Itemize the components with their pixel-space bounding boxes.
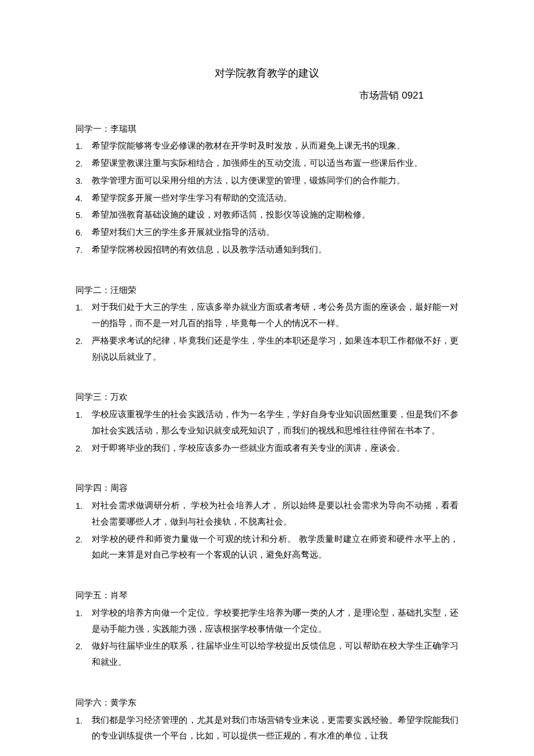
list-item-number: 2. — [75, 155, 92, 172]
list-item-number: 1. — [75, 138, 92, 154]
list-item-text: 希望学院将校园招聘的有效信息，以及教学活动通知到我们。 — [92, 242, 459, 258]
list-item-text: 严格要求考试的纪律，毕竟我们还是学生，学生的本职还是学习，如果连本职工作都做不好… — [92, 333, 459, 366]
content-body: 同学一：李瑞琪1.希望学院能够将专业必修课的教材在开学时及时发放，从而避免上课无… — [75, 121, 459, 745]
list-item-number: 2. — [75, 638, 92, 654]
list-item-number: 6. — [75, 225, 92, 241]
student-name: 同学三：万欢 — [75, 389, 459, 406]
student-name: 同学六：黄学东 — [75, 695, 459, 711]
list-item-number: 1. — [75, 712, 92, 729]
list-item: 1.希望学院能够将专业必修课的教材在开学时及时发放，从而避免上课无书的现象。 — [75, 138, 459, 154]
list-item-text: 希望对我们大三的学生多开展就业指导的活动。 — [92, 225, 459, 241]
list-item: 1.学校应该重视学生的社会实践活动，作为一名学生，学好自身专业知识固然重要，但是… — [75, 407, 459, 439]
list-item-number: 1. — [75, 407, 92, 423]
student-block: 同学二：汪细荣1.对于我们处于大三的学生，应该多举办就业方面或者考研，考公务员方… — [75, 283, 459, 366]
list-item-number: 1. — [75, 299, 92, 316]
list-item: 1.对学校的培养方向做一个定位。学校要把学生培养为哪一类的人才，是理论型，基础扎… — [75, 605, 459, 638]
student-block: 同学五：肖琴1.对学校的培养方向做一个定位。学校要把学生培养为哪一类的人才，是理… — [75, 588, 459, 671]
student-block: 同学四：周容1.对社会需求做调研分析， 学校为社会培养人才， 所以始终是要以社会… — [75, 480, 459, 563]
list-item-number: 2. — [75, 531, 92, 548]
list-item-text: 对社会需求做调研分析， 学校为社会培养人才， 所以始终是要以社会需求为导向不动摇… — [92, 498, 459, 530]
page-title: 对学院教育教学的建议 — [75, 64, 459, 83]
student-name: 同学一：李瑞琪 — [75, 121, 459, 138]
list-item: 1.我们都是学习经济管理的，尤其是对我们市场营销专业来说，更需要实践经验。希望学… — [75, 712, 459, 745]
list-item: 2.对学校的硬件和师资力量做一个可观的统计和分析。 教学质量时建立在师资和硬件水… — [75, 531, 459, 564]
list-item-number: 1. — [75, 498, 92, 514]
list-item-number: 1. — [75, 605, 92, 621]
student-block: 同学六：黄学东1.我们都是学习经济管理的，尤其是对我们市场营销专业来说，更需要实… — [75, 695, 459, 744]
list-item-text: 希望加强教育基础设施的建设，对教师话筒，投影仪等设施的定期检修。 — [92, 207, 459, 223]
student-block: 同学三：万欢1.学校应该重视学生的社会实践活动，作为一名学生，学好自身专业知识固… — [75, 389, 459, 456]
list-item: 1.对社会需求做调研分析， 学校为社会培养人才， 所以始终是要以社会需求为导向不… — [75, 498, 459, 530]
page-subtitle: 市场营销 0921 — [75, 86, 459, 104]
list-item-text: 对于即将毕业的我们，学校应该多办一些就业方面或者有关专业的演讲，座谈会。 — [92, 440, 459, 457]
list-item: 1.对于我们处于大三的学生，应该多举办就业方面或者考研，考公务员方面的座谈会，最… — [75, 299, 459, 332]
list-item: 3.教学管理方面可以采用分组的方法，以方便课堂的管理，锻炼同学们的合作能力。 — [75, 173, 459, 189]
student-name: 同学四：周容 — [75, 480, 459, 497]
list-item: 2.对于即将毕业的我们，学校应该多办一些就业方面或者有关专业的演讲，座谈会。 — [75, 440, 459, 457]
student-block: 同学一：李瑞琪1.希望学院能够将专业必修课的教材在开学时及时发放，从而避免上课无… — [75, 121, 459, 258]
list-item: 2.做好与往届毕业生的联系，往届毕业生可以给学校提出反馈信息，可以帮助在校大学生… — [75, 638, 459, 671]
list-item-text: 对于我们处于大三的学生，应该多举办就业方面或者考研，考公务员方面的座谈会，最好能… — [92, 299, 459, 332]
list-item: 4.希望学院多开展一些对学生学习有帮助的交流活动。 — [75, 190, 459, 207]
list-item-text: 学校应该重视学生的社会实践活动，作为一名学生，学好自身专业知识固然重要，但是我们… — [92, 407, 459, 439]
student-name: 同学二：汪细荣 — [75, 283, 459, 299]
list-item-number: 7. — [75, 242, 92, 258]
list-item-number: 4. — [75, 190, 92, 207]
list-item-text: 对学校的培养方向做一个定位。学校要把学生培养为哪一类的人才，是理论型，基础扎实型… — [92, 605, 459, 638]
list-item-number: 3. — [75, 173, 92, 189]
student-name: 同学五：肖琴 — [75, 588, 459, 604]
list-item: 2.希望课堂教课注重与实际相结合，加强师生的互动交流，可以适当布置一些课后作业。 — [75, 155, 459, 172]
list-item: 5.希望加强教育基础设施的建设，对教师话筒，投影仪等设施的定期检修。 — [75, 207, 459, 223]
list-item: 6.希望对我们大三的学生多开展就业指导的活动。 — [75, 225, 459, 241]
list-item-text: 对学校的硬件和师资力量做一个可观的统计和分析。 教学质量时建立在师资和硬件水平上… — [92, 531, 459, 564]
list-item-text: 希望课堂教课注重与实际相结合，加强师生的互动交流，可以适当布置一些课后作业。 — [92, 155, 459, 172]
list-item-text: 我们都是学习经济管理的，尤其是对我们市场营销专业来说，更需要实践经验。希望学院能… — [92, 712, 459, 745]
list-item-text: 希望学院多开展一些对学生学习有帮助的交流活动。 — [92, 190, 459, 207]
list-item-number: 2. — [75, 333, 92, 349]
document-page: 对学院教育教学的建议 市场营销 0921 同学一：李瑞琪1.希望学院能够将专业必… — [0, 0, 534, 756]
list-item-text: 希望学院能够将专业必修课的教材在开学时及时发放，从而避免上课无书的现象。 — [92, 138, 459, 154]
list-item-number: 2. — [75, 440, 92, 457]
list-item: 7.希望学院将校园招聘的有效信息，以及教学活动通知到我们。 — [75, 242, 459, 258]
list-item-text: 教学管理方面可以采用分组的方法，以方便课堂的管理，锻炼同学们的合作能力。 — [92, 173, 459, 189]
list-item-text: 做好与往届毕业生的联系，往届毕业生可以给学校提出反馈信息，可以帮助在校大学生正确… — [92, 638, 459, 671]
list-item-number: 5. — [75, 207, 92, 223]
list-item: 2.严格要求考试的纪律，毕竟我们还是学生，学生的本职还是学习，如果连本职工作都做… — [75, 333, 459, 366]
